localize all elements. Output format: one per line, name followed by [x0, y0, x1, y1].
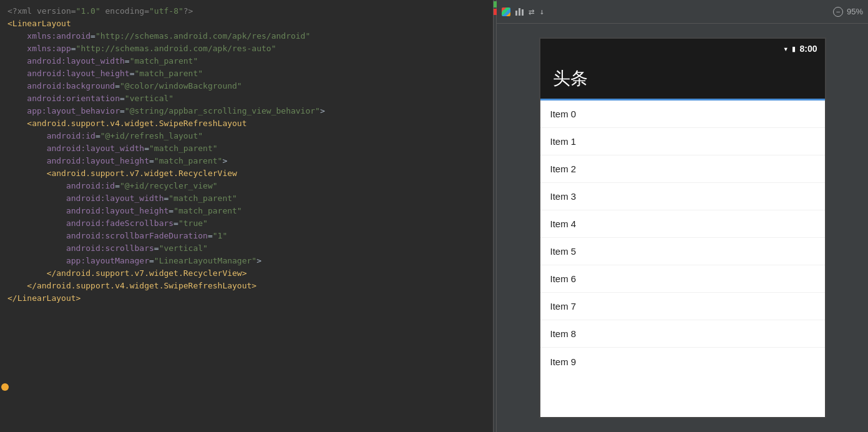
list-item: Item 1 — [540, 128, 825, 155]
code-editor[interactable]: <?xml version="1.0" encoding="utf-8"?><L… — [0, 0, 493, 432]
code-line: <LinearLayout — [7, 17, 485, 30]
bar-chart-icon[interactable] — [515, 8, 524, 16]
list-item: Item 6 — [540, 265, 825, 293]
code-line: android:layout_height="match_parent" — [7, 67, 485, 80]
app-bar-title: 头条 — [553, 67, 588, 91]
list-item: Item 7 — [540, 293, 825, 320]
zoom-level: 95% — [847, 7, 863, 16]
zoom-control: − 95% — [833, 7, 863, 17]
list-item: Item 9 — [540, 348, 825, 375]
code-line: android:background="@color/windowBackgro… — [7, 80, 485, 92]
code-line: <android.support.v7.widget.RecyclerView — [7, 167, 485, 180]
code-line: android:layout_width="match_parent" — [7, 55, 485, 67]
wifi-icon: ▾ — [783, 44, 788, 54]
code-line: android:scrollbars="vertical" — [7, 242, 485, 255]
list-item: Item 8 — [540, 320, 825, 348]
list-item: Item 5 — [540, 238, 825, 265]
app-bar: 头条 — [540, 59, 825, 99]
list-item: Item 4 — [540, 210, 825, 238]
code-line: xmlns:android="http://schemas.android.co… — [7, 30, 485, 42]
code-line: android:id="@+id/recycler_view" — [7, 180, 485, 192]
list-item: Item 3 — [540, 183, 825, 210]
list-item: Item 0 — [540, 101, 825, 128]
code-line: </LinearLayout> — [7, 292, 485, 305]
right-panel: ⇄ ↓ − 95% ▾ ▮ 8:00 头条 Item 0Item 1Item 2… — [497, 0, 868, 432]
toolbar: ⇄ ↓ − 95% — [497, 0, 868, 24]
code-line: android:layout_height="match_parent"> — [7, 155, 485, 167]
battery-icon: ▮ — [792, 45, 796, 53]
code-line: android:layout_height="match_parent" — [7, 205, 485, 217]
code-line: app:layoutManager="LinearLayoutManager"> — [7, 255, 485, 267]
arrow-down-icon[interactable]: ↓ — [540, 7, 545, 16]
phone-preview: ▾ ▮ 8:00 头条 Item 0Item 1Item 2Item 3Item… — [497, 24, 868, 432]
android-screen: ▾ ▮ 8:00 头条 Item 0Item 1Item 2Item 3Item… — [539, 37, 826, 418]
swap-horizontal-icon[interactable]: ⇄ — [529, 6, 535, 17]
code-line: xmlns:app="http://schemas.android.com/ap… — [7, 42, 485, 55]
status-time: 8:00 — [799, 44, 817, 54]
gutter-indicator — [1, 383, 9, 391]
code-line: android:fadeScrollbars="true" — [7, 217, 485, 230]
code-line: android:id="@+id/refresh_layout" — [7, 130, 485, 142]
code-line: android:layout_width="match_parent" — [7, 142, 485, 155]
code-line: android:scrollbarFadeDuration="1" — [7, 230, 485, 242]
zoom-minus-button[interactable]: − — [833, 7, 843, 17]
palette-icon[interactable] — [502, 7, 510, 16]
code-line: android:layout_width="match_parent" — [7, 192, 485, 205]
code-line: <?xml version="1.0" encoding="utf-8"?> — [7, 5, 485, 17]
status-bar: ▾ ▮ 8:00 — [540, 39, 825, 59]
code-line: android:orientation="vertical" — [7, 92, 485, 105]
code-line: <android.support.v4.widget.SwipeRefreshL… — [7, 117, 485, 130]
code-line: app:layout_behavior="@string/appbar_scro… — [7, 105, 485, 117]
code-line: </android.support.v4.widget.SwipeRefresh… — [7, 280, 485, 292]
list-item: Item 2 — [540, 155, 825, 183]
code-line: </android.support.v7.widget.RecyclerView… — [7, 267, 485, 280]
list-container[interactable]: Item 0Item 1Item 2Item 3Item 4Item 5Item… — [540, 101, 825, 417]
